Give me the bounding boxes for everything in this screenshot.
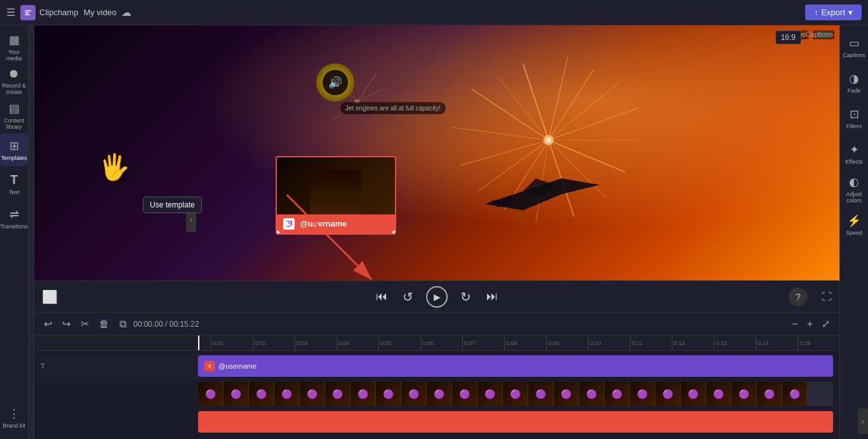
sidebar-item-templates[interactable]: ⊞ Templates [0, 133, 28, 166]
track-text-label: T @username [198, 361, 263, 371]
twitch-icon-6: 🟣 [332, 389, 343, 399]
text-track-clip[interactable]: T @username [198, 355, 833, 377]
profile-overlay[interactable]: ⊡ ⊠ ↔ ••• [276, 156, 396, 235]
topbar: ☰ Clipchamp My video ☁ ↑ Export ▾ [0, 0, 868, 25]
undo-button[interactable]: ↩ [41, 316, 55, 332]
logo-icon [20, 5, 36, 20]
export-button[interactable]: ↑ Export ▾ [805, 4, 862, 20]
video-title[interactable]: My video [83, 8, 116, 17]
twitch-thumb-21: 🟣 [706, 382, 731, 406]
ruler-mark-9: 0:09 [546, 336, 588, 350]
filters-icon: ⊡ [850, 107, 859, 121]
right-panel-item-effects[interactable]: ✦ Effects [840, 137, 868, 170]
sidebar-item-content-library[interactable]: ▤ Contentlibrary [0, 99, 28, 132]
twitch-icon-15: 🟣 [561, 389, 571, 399]
twitch-thumb-5: 🟣 [300, 382, 325, 406]
sidebar-item-your-media[interactable]: ▦ Your media [0, 30, 28, 63]
cut-button[interactable]: ✂ [77, 316, 92, 332]
right-panel-item-fade[interactable]: ◑ Fade [840, 66, 868, 99]
zoom-out-button[interactable]: − [789, 317, 801, 331]
sidebar-item-record-create[interactable]: ⏺ Record &create [0, 65, 28, 98]
fade-icon: ◑ [849, 72, 859, 86]
ruler-mark-0 [198, 336, 211, 350]
ruler-mark-4: 0:04 [337, 336, 378, 350]
cloud-icon: ☁ [121, 6, 131, 18]
twitch-icon-19: 🟣 [662, 389, 673, 399]
twitch-thumb-23: 🟣 [757, 382, 782, 406]
chat-bubble: Jet engines are all at full capacity! [340, 102, 446, 114]
rewind-button[interactable]: ↺ [400, 287, 416, 307]
twitch-thumb-22: 🟣 [731, 382, 757, 406]
app-name: Clipchamp [39, 8, 78, 17]
track-type-icon: T [41, 362, 45, 370]
ruler-mark-13: 0:13 [714, 336, 756, 350]
back-header: ← Gaming [29, 55, 34, 77]
twitch-thumb-16: 🟣 [579, 382, 604, 406]
twitch-icon-3: 🟣 [256, 389, 267, 399]
forward-button[interactable]: ↻ [458, 287, 474, 307]
sidebar-item-label: Contentlibrary [4, 117, 24, 130]
twitch-thumb-24: 🟣 [782, 382, 808, 406]
twitch-icon-18: 🟣 [637, 389, 648, 399]
twitch-icon-2: 🟣 [230, 389, 241, 399]
skip-to-end-button[interactable]: ⏭ [484, 287, 500, 306]
ruler-marks: 0:01 0:02 0:03 0:04 0:05 0:06 0:07 0:08 … [198, 336, 839, 350]
twitch-thumb-7: 🟣 [351, 382, 376, 406]
svg-rect-27 [290, 222, 290, 224]
subtitle-icon[interactable]: ⬜ [42, 289, 58, 305]
aspect-ratio-indicator[interactable]: 16:9 [775, 30, 801, 44]
icons-track-clip[interactable]: 🟣 🟣 🟣 🟣 🟣 🟣 🟣 🟣 🟣 🟣 🟣 🟣 🟣 🟣 [198, 382, 833, 406]
timeline-area: ↩ ↪ ✂ 🗑 ⧉ 00:00.00 / 00:15.22 − + ⤢ [34, 312, 839, 439]
collapse-panel-button[interactable]: ‹ [186, 207, 196, 232]
twitch-icon-8: 🟣 [383, 389, 394, 399]
topbar-right: ↑ Export ▾ [805, 4, 862, 20]
twitch-icon-11: 🟣 [459, 389, 470, 399]
adjust-colors-icon: ◐ [849, 175, 859, 189]
redo-button[interactable]: ↪ [59, 316, 74, 332]
ruler-mark-1: 0:01 [211, 336, 253, 350]
effects-icon: ✦ [850, 143, 859, 157]
right-panel-label: Filters [846, 123, 862, 129]
fullscreen-button[interactable]: ⛶ [822, 291, 832, 303]
right-panel-item-filters[interactable]: ⊡ Filters [840, 102, 868, 134]
main-content: 🔊 Jet engines are all at full capacity! … [34, 25, 839, 439]
media-controls: ⬜ ⏮ ↺ ▶ ↻ ⏭ ? ⛶ [34, 280, 839, 312]
caption-button[interactable]: Captions [806, 30, 833, 38]
twitch-thumb-12: 🟣 [477, 382, 503, 406]
captions-icon: ▭ [849, 36, 860, 50]
ruler-mark-2: 0:02 [253, 336, 295, 350]
fit-button[interactable]: ⤢ [818, 317, 833, 331]
twitch-icon-1: 🟣 [205, 389, 216, 399]
twitch-icon-10: 🟣 [434, 389, 444, 399]
twitch-thumb-1: 🟣 [198, 382, 224, 406]
right-panel-item-captions[interactable]: ▭ Captions [840, 30, 868, 63]
profile-person [310, 170, 361, 214]
twitch-icon-17: 🟣 [611, 389, 622, 399]
twitch-icon-12: 🟣 [484, 389, 495, 399]
collapse-right-panel-button[interactable]: › [858, 409, 868, 434]
sidebar-item-transitions[interactable]: ⇌ Transitions [0, 202, 28, 235]
hamburger-icon[interactable]: ☰ [6, 6, 15, 18]
speed-icon: ⚡ [847, 214, 861, 228]
delete-button[interactable]: 🗑 [96, 317, 112, 332]
skip-to-start-button[interactable]: ⏮ [373, 287, 390, 306]
sidebar-item-brand-kit[interactable]: ⋮ Brand kit [0, 401, 28, 434]
track-label-text: T [34, 353, 198, 379]
sidebar-item-text[interactable]: T Text [0, 167, 28, 200]
help-button[interactable]: ? [789, 287, 808, 306]
red-track-clip[interactable] [198, 411, 833, 433]
duplicate-button[interactable]: ⧉ [116, 317, 130, 332]
text-icon: T [10, 173, 18, 187]
twitch-icon-22: 🟣 [738, 389, 749, 399]
playhead[interactable] [198, 336, 199, 350]
right-panel-item-adjust-colors[interactable]: ◐ Adjustcolors [840, 173, 868, 206]
play-button[interactable]: ▶ [426, 286, 448, 308]
twitch-thumb-20: 🟣 [681, 382, 706, 406]
ruler-mark-6: 0:06 [420, 336, 462, 350]
zoom-in-button[interactable]: + [804, 317, 816, 331]
ruler-mark-5: 0:05 [378, 336, 420, 350]
timeline-tracks: T T @username 🟣 🟣 [34, 351, 839, 439]
right-panel-item-speed[interactable]: ⚡ Speed [840, 208, 868, 241]
ruler-mark-10: 0:10 [588, 336, 630, 350]
video-canvas: 🔊 Jet engines are all at full capacity! … [34, 25, 839, 280]
